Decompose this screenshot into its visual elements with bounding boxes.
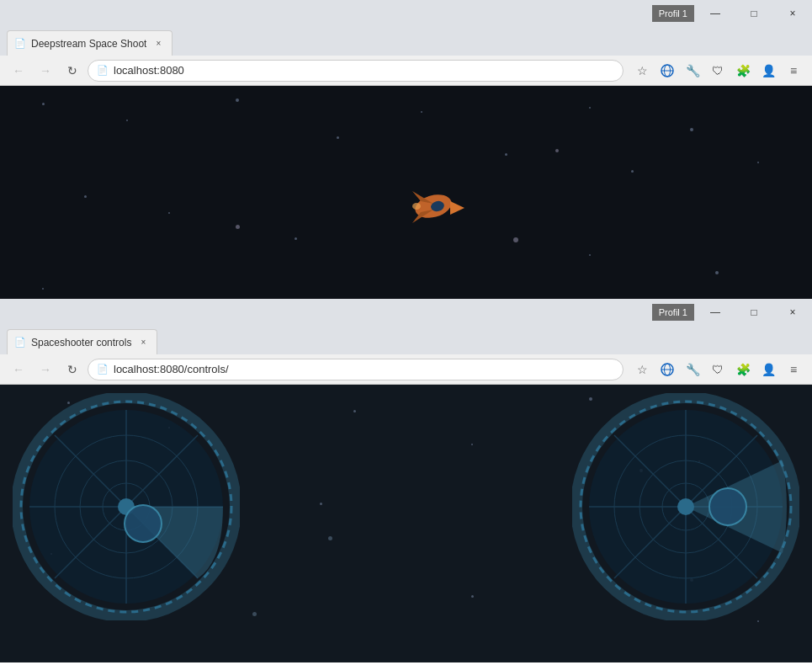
star	[589, 107, 591, 109]
menu-button-1[interactable]: ≡	[782, 59, 805, 82]
star	[471, 444, 473, 445]
profile-icon-2[interactable]: 👤	[756, 358, 780, 381]
star	[505, 153, 507, 156]
page-icon-2: 📄	[97, 364, 109, 375]
browser-window-2: Profil 1 — □ × 📄 Spaceshooter controls ×…	[0, 299, 812, 662]
bookmark-button-1[interactable]: ☆	[630, 59, 654, 82]
spaceship	[404, 183, 463, 225]
new-tab-button-1[interactable]	[176, 32, 199, 56]
title-bar-2: Profil 1 — □ ×	[0, 299, 812, 326]
back-button-1[interactable]: ←	[7, 59, 30, 82]
star	[421, 111, 422, 113]
svg-marker-4	[450, 201, 464, 215]
star	[715, 271, 719, 274]
star	[589, 254, 591, 256]
game-canvas-1[interactable]	[0, 86, 812, 305]
reload-button-2[interactable]: ↻	[61, 358, 84, 381]
maximize-button-2[interactable]: □	[735, 299, 773, 326]
title-bar-1: Profil 1 — □ ×	[0, 0, 812, 27]
title-bar-right-1: Profil 1 — □ ×	[652, 0, 812, 27]
shield-icon-2[interactable]: 🛡	[706, 358, 730, 381]
tab-1[interactable]: 📄 Deepstream Space Shoot ×	[7, 30, 172, 56]
tab-close-1[interactable]: ×	[151, 37, 165, 51]
title-bar-right-2: Profil 1 — □ ×	[652, 299, 812, 326]
page-icon-1: 📄	[97, 65, 109, 76]
svg-point-34	[677, 498, 694, 515]
star	[236, 98, 239, 102]
profile-badge-1[interactable]: Profil 1	[652, 5, 694, 22]
asteroid	[513, 237, 518, 242]
profile-icon-1[interactable]: 👤	[756, 59, 780, 82]
tab-title-2: Spaceshooter controls	[31, 337, 131, 348]
star	[471, 595, 474, 598]
star	[42, 103, 45, 105]
tab-2[interactable]: 📄 Spaceshooter controls ×	[7, 329, 157, 354]
star	[42, 288, 44, 290]
star	[353, 410, 356, 412]
maximize-button-1[interactable]: □	[735, 0, 773, 27]
left-joystick[interactable]	[13, 393, 240, 620]
star	[295, 237, 297, 240]
svg-point-23	[125, 505, 162, 542]
asteroid	[252, 612, 257, 616]
address-bar-2: ← → ↻ 📄 localhost:8080/controls/ ☆ 🔧 🛡 🧩…	[0, 354, 812, 385]
shield-icon-1[interactable]: 🛡	[706, 59, 730, 82]
tab-icon-1: 📄	[14, 38, 26, 49]
url-text-2: localhost:8080/controls/	[114, 363, 229, 375]
url-box-1[interactable]: 📄 localhost:8080	[88, 60, 624, 82]
tab-title-1: Deepstream Space Shoot	[31, 38, 146, 50]
forward-button-1[interactable]: →	[34, 59, 57, 82]
asteroid	[555, 149, 559, 152]
forward-button-2[interactable]: →	[34, 358, 57, 381]
tab-bar-2: 📄 Spaceshooter controls ×	[0, 326, 812, 354]
tab-bar-1: 📄 Deepstream Space Shoot ×	[0, 27, 812, 56]
star	[631, 170, 634, 173]
asteroid	[328, 536, 332, 540]
star	[757, 162, 759, 163]
close-button-2[interactable]: ×	[773, 299, 812, 326]
star	[168, 212, 170, 214]
tab-icon-2: 📄	[14, 337, 26, 348]
wrench-icon-1[interactable]: 🔧	[681, 59, 704, 82]
url-text-1: localhost:8080	[114, 64, 184, 77]
toolbar-icons-2: ☆ 🔧 🛡 🧩 👤 ≡	[630, 358, 805, 381]
minimize-button-1[interactable]: —	[696, 0, 735, 27]
star	[84, 195, 87, 198]
svg-point-8	[412, 203, 421, 210]
extensions-icon-2[interactable]: 🧩	[731, 358, 755, 381]
star	[690, 128, 693, 131]
minimize-button-2[interactable]: —	[696, 299, 735, 326]
star	[337, 136, 339, 139]
close-button-1[interactable]: ×	[773, 0, 812, 27]
extensions-icon-1[interactable]: 🧩	[731, 59, 755, 82]
star	[320, 503, 322, 505]
tab-close-2[interactable]: ×	[136, 336, 150, 349]
bookmark-button-2[interactable]: ☆	[630, 358, 654, 381]
controls-canvas[interactable]	[0, 385, 812, 662]
star	[126, 120, 128, 121]
menu-button-2[interactable]: ≡	[782, 358, 805, 381]
star	[757, 620, 759, 622]
toolbar-icons-1: ☆ 🔧 🛡 🧩 👤 ≡	[630, 59, 805, 82]
url-box-2[interactable]: 📄 localhost:8080/controls/	[88, 359, 624, 380]
wrench-icon-2[interactable]: 🔧	[681, 358, 704, 381]
globe-icon-2[interactable]	[655, 358, 679, 381]
browser-window-1: Profil 1 — □ × 📄 Deepstream Space Shoot …	[0, 0, 812, 305]
new-tab-button-2[interactable]	[161, 331, 184, 354]
back-button-2[interactable]: ←	[7, 358, 30, 381]
profile-badge-2[interactable]: Profil 1	[652, 304, 694, 321]
address-bar-1: ← → ↻ 📄 localhost:8080 ☆ 🔧 🛡 🧩 👤 ≡	[0, 56, 812, 86]
right-joystick[interactable]	[572, 393, 799, 620]
globe-icon-1[interactable]	[655, 59, 679, 82]
reload-button-1[interactable]: ↻	[61, 59, 84, 82]
svg-point-35	[709, 488, 746, 525]
asteroid	[236, 225, 240, 229]
